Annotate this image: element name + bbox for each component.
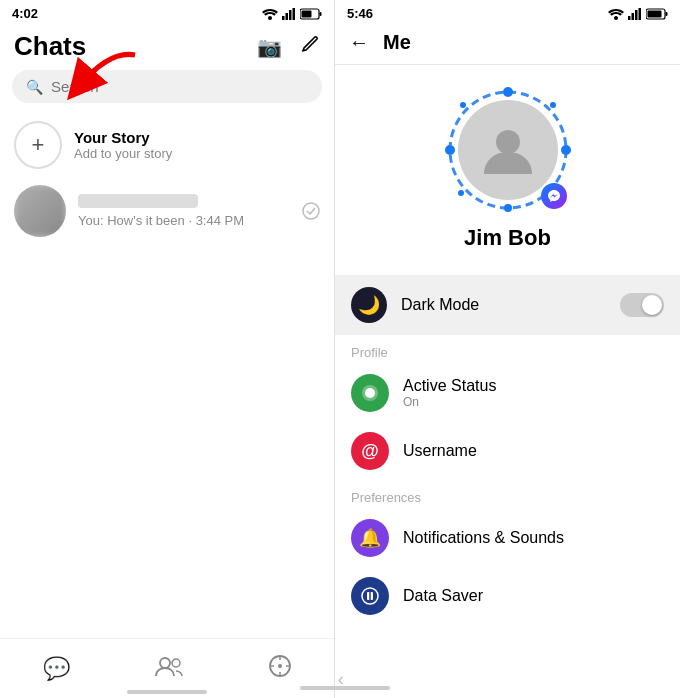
profile-avatar [458,100,558,200]
svg-rect-21 [635,10,638,20]
svg-point-30 [504,204,512,212]
battery-icon [300,8,322,20]
camera-icon[interactable]: 📷 [257,35,282,59]
status-bar-left: 4:02 [0,0,334,25]
messenger-badge [541,183,567,209]
page-title: Me [383,31,411,54]
menu-item-active-status[interactable]: Active Status On [335,364,680,422]
svg-point-10 [160,658,170,668]
story-subtitle: Add to your story [74,146,172,161]
back-gesture-indicator: ‹ [338,669,344,690]
svg-rect-22 [639,8,642,20]
chats-header: Chats 📷 [0,25,334,70]
story-title: Your Story [74,129,172,146]
profile-section: Jim Bob [335,65,680,267]
add-story-button[interactable]: + [14,121,62,169]
active-status-label: Active Status [403,377,496,395]
svg-point-0 [268,16,272,20]
svg-rect-6 [320,12,322,16]
me-header: ← Me [335,25,680,65]
svg-rect-25 [648,10,662,17]
svg-point-27 [503,87,513,97]
toggle-knob [642,295,662,315]
left-panel: 4:02 Chats 📷 [0,0,335,698]
signal-icon-right [628,8,642,20]
wifi-icon-right [608,8,624,20]
svg-point-34 [496,130,520,154]
status-icons-right [608,8,668,20]
svg-point-18 [614,16,618,20]
status-icons-left [262,8,322,20]
svg-point-31 [460,102,466,108]
menu-item-data-saver[interactable]: Data Saver [335,567,680,625]
svg-rect-20 [632,13,635,20]
chat-name [78,194,198,208]
search-input[interactable] [51,78,308,95]
story-item[interactable]: + Your Story Add to your story [0,113,334,177]
section-label-preferences: Preferences [335,480,680,509]
read-receipt-icon [302,202,320,220]
section-label-profile: Profile [335,335,680,364]
username-icon: @ [351,432,389,470]
bottom-nav: 💬 [0,638,334,698]
chats-title: Chats [14,31,86,62]
svg-rect-3 [289,10,292,20]
svg-rect-2 [286,13,289,20]
battery-icon-right [646,8,668,20]
svg-rect-24 [666,12,668,16]
username-label: Username [403,442,477,460]
svg-point-13 [278,664,282,668]
wifi-icon [262,8,278,20]
svg-point-29 [561,145,571,155]
search-bar[interactable]: 🔍 [12,70,322,103]
nav-people-icon[interactable] [155,655,183,683]
svg-point-33 [458,190,464,196]
data-saver-icon [351,577,389,615]
menu-item-notifications[interactable]: 🔔 Notifications & Sounds [335,509,680,567]
avatar [14,185,66,237]
chat-item[interactable]: You: How's it been · 3:44 PM [0,177,334,245]
dark-mode-icon: 🌙 [351,287,387,323]
svg-point-28 [445,145,455,155]
nav-discover-icon[interactable] [268,654,292,684]
time-left: 4:02 [12,6,38,21]
active-status-icon [351,374,389,412]
dark-mode-toggle[interactable] [620,293,664,317]
svg-rect-1 [282,16,285,20]
svg-point-32 [550,102,556,108]
menu-item-username[interactable]: @ Username [335,422,680,480]
time-right: 5:46 [347,6,373,21]
svg-point-11 [172,659,180,667]
header-icons: 📷 [257,33,320,60]
back-button[interactable]: ← [349,31,369,54]
chat-preview: You: How's it been · 3:44 PM [78,213,290,228]
svg-point-9 [303,203,319,219]
svg-rect-4 [293,8,296,20]
data-saver-label: Data Saver [403,587,483,605]
search-icon: 🔍 [26,79,43,95]
right-panel: 5:46 ← Me [335,0,680,698]
active-status-sub: On [403,395,496,409]
nav-chats-icon[interactable]: 💬 [43,656,70,682]
signal-icon [282,8,296,20]
compose-icon[interactable] [298,33,320,60]
notifications-icon: 🔔 [351,519,389,557]
profile-name: Jim Bob [464,225,551,251]
home-indicator-left [127,690,207,694]
svg-rect-19 [628,16,631,20]
notifications-label: Notifications & Sounds [403,529,564,547]
svg-rect-7 [302,10,312,17]
dark-mode-row[interactable]: 🌙 Dark Mode [335,275,680,335]
svg-point-36 [365,388,375,398]
profile-avatar-wrap [443,85,573,215]
dark-mode-label: Dark Mode [401,296,606,314]
status-bar-right: 5:46 [335,0,680,25]
